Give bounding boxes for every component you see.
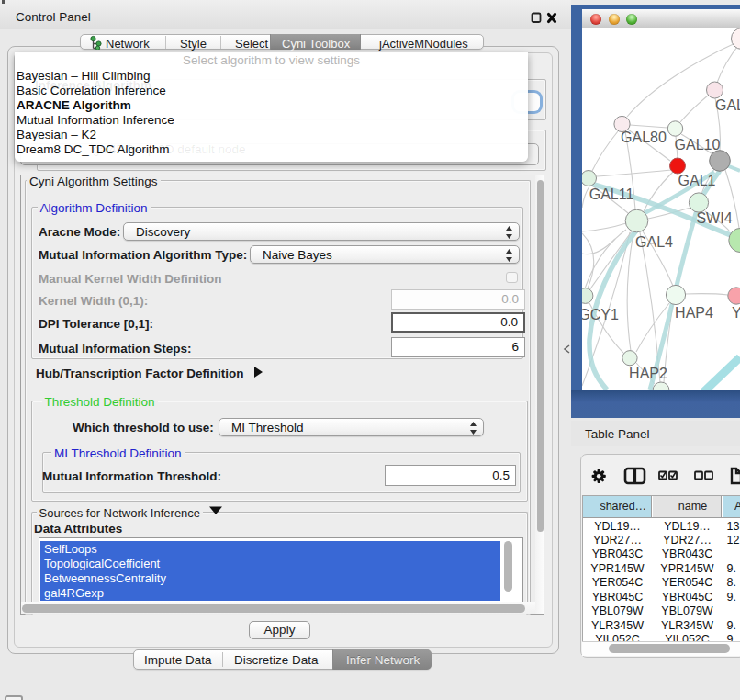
svg-text:Y: Y [732, 305, 740, 321]
svg-text:SWI4: SWI4 [696, 210, 732, 226]
svg-text:GAL80: GAL80 [621, 130, 667, 145]
svg-text:GAL10: GAL10 [675, 137, 721, 152]
svg-text:GCY1: GCY1 [582, 307, 619, 322]
svg-text:HAP2: HAP2 [629, 366, 667, 381]
svg-text:GAL: GAL [715, 97, 740, 113]
svg-text:GAL11: GAL11 [589, 186, 634, 202]
svg-text:HAP4: HAP4 [675, 305, 713, 321]
svg-text:GAL4: GAL4 [635, 234, 673, 250]
svg-text:GAL1: GAL1 [678, 173, 716, 188]
